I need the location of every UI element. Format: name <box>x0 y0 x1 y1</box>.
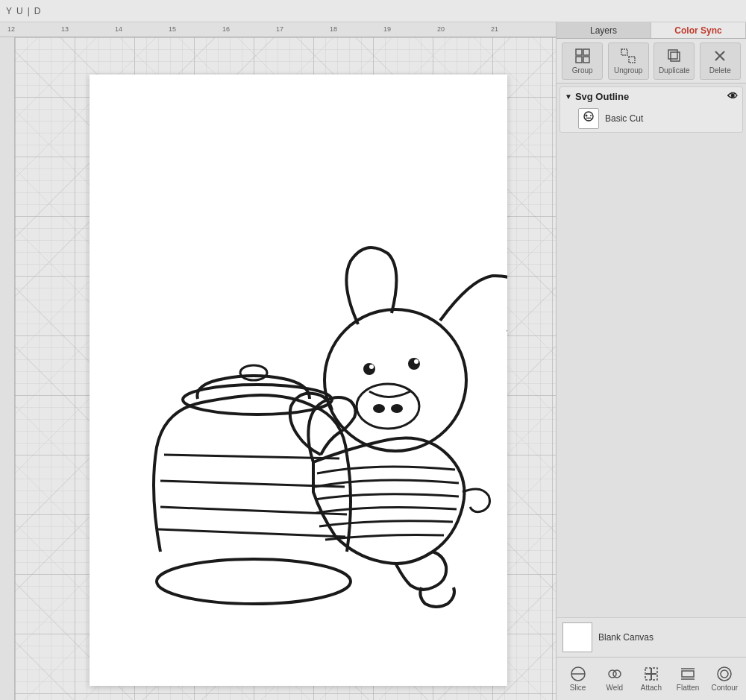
delete-icon <box>711 47 729 65</box>
svg-point-9 <box>373 404 385 413</box>
contour-icon <box>716 666 733 682</box>
ungroup-icon <box>619 47 637 65</box>
svg-point-14 <box>414 359 419 364</box>
svg-point-38 <box>721 670 728 678</box>
svg-point-27 <box>590 115 592 116</box>
ruler-mark-19: 19 <box>383 25 391 33</box>
attach-button[interactable]: Attach <box>635 661 668 697</box>
blank-canvas-label: Blank Canvas <box>598 632 653 643</box>
blank-canvas-thumbnail <box>562 622 592 652</box>
panel-tabs: Layers Color Sync <box>557 22 746 39</box>
svg-line-2 <box>158 529 345 537</box>
canvas-area: 12 13 14 15 16 17 18 19 20 21 <box>0 22 556 700</box>
ruler-mark-21: 21 <box>491 25 498 33</box>
eye-icon[interactable]: 👁 <box>727 90 738 102</box>
tool-d[interactable]: D <box>34 6 41 16</box>
ruler-left <box>0 37 15 700</box>
svg-rect-19 <box>621 49 627 55</box>
svg-point-32 <box>613 670 621 678</box>
ruler-mark-15: 15 <box>169 25 176 33</box>
svg-point-13 <box>408 358 420 370</box>
ruler-mark-18: 18 <box>330 25 337 33</box>
svg-point-37 <box>718 667 731 681</box>
weld-icon <box>606 666 623 682</box>
tool-divider: | <box>28 6 30 16</box>
svg-rect-22 <box>668 50 677 59</box>
svg-rect-21 <box>671 52 680 61</box>
right-panel: Layers Color Sync Group <box>556 22 746 700</box>
group-button[interactable]: Group <box>562 42 603 80</box>
tab-layers[interactable]: Layers <box>557 22 651 38</box>
contour-button[interactable]: Contour <box>708 661 741 697</box>
tool-y[interactable]: Y <box>6 6 12 16</box>
svg-point-11 <box>363 363 375 375</box>
ruler-mark-14: 14 <box>115 25 122 33</box>
layer-group-svg-outline: ▼ Svg Outline 👁 Basic Cut <box>560 86 743 133</box>
panel-bottom-toolbar: Slice Weld Attach <box>557 657 746 700</box>
ruler-mark-12: 12 <box>7 25 15 33</box>
svg-rect-16 <box>583 49 589 55</box>
slice-icon <box>570 666 586 682</box>
tool-u[interactable]: U <box>16 6 23 16</box>
panel-toolbar: Group Ungroup Duplicate <box>557 39 746 83</box>
ruler-top: 12 13 14 15 16 17 18 19 20 21 <box>0 22 556 37</box>
flatten-button[interactable]: Flatten <box>671 661 704 697</box>
svg-rect-34 <box>682 671 694 677</box>
ruler-mark-16: 16 <box>222 25 230 33</box>
drawing-svg <box>75 75 507 641</box>
svg-rect-18 <box>583 57 589 63</box>
duplicate-button[interactable]: Duplicate <box>653 42 695 80</box>
top-toolbar: Y U | D <box>0 0 746 22</box>
canvas-grid[interactable] <box>15 37 556 700</box>
delete-button[interactable]: Delete <box>700 42 741 80</box>
ungroup-button[interactable]: Ungroup <box>608 42 649 80</box>
layer-group-header[interactable]: ▼ Svg Outline 👁 <box>560 87 742 105</box>
svg-rect-20 <box>629 57 635 63</box>
slice-button[interactable]: Slice <box>562 661 595 697</box>
svg-rect-17 <box>576 57 582 63</box>
svg-point-6 <box>240 365 267 380</box>
main-area: 12 13 14 15 16 17 18 19 20 21 <box>0 22 746 700</box>
layers-section[interactable]: ▼ Svg Outline 👁 Basic Cut <box>557 83 746 617</box>
layer-item-basic-cut[interactable]: Basic Cut <box>560 105 742 132</box>
weld-button[interactable]: Weld <box>598 661 631 697</box>
duplicate-icon <box>665 47 683 65</box>
blank-canvas-row: Blank Canvas <box>557 617 746 657</box>
ruler-marks: 12 13 14 15 16 17 18 19 20 21 <box>0 22 556 37</box>
ruler-mark-13: 13 <box>61 25 69 33</box>
svg-point-0 <box>157 559 351 604</box>
svg-point-12 <box>369 365 374 369</box>
svg-point-5 <box>183 385 332 414</box>
attach-icon <box>643 666 659 682</box>
svg-point-10 <box>391 404 403 413</box>
ruler-mark-20: 20 <box>437 25 445 33</box>
flatten-icon <box>680 666 696 682</box>
tab-color-sync[interactable]: Color Sync <box>651 22 746 38</box>
ruler-mark-17: 17 <box>276 25 283 33</box>
layer-thumbnail <box>578 108 599 129</box>
group-icon <box>574 47 592 65</box>
chevron-down-icon: ▼ <box>565 92 572 101</box>
svg-rect-15 <box>576 49 582 55</box>
svg-point-26 <box>586 115 588 117</box>
